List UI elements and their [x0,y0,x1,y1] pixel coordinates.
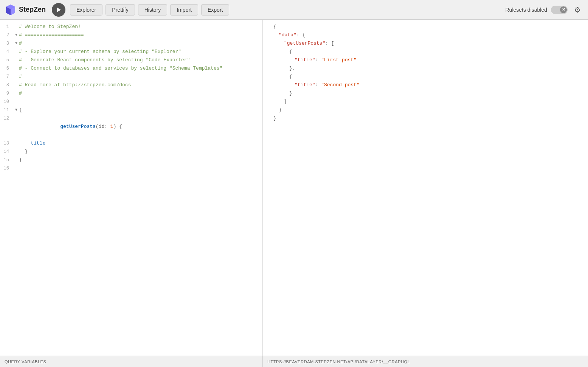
footer-left: QUERY VARIABLES [0,356,263,367]
json-line: "data": { [263,31,588,39]
header-right: Rulesets disabled ✕ ⚙ [505,4,583,16]
run-button[interactable] [52,3,65,17]
toggle-knob: ✕ [560,6,567,13]
footer-right: HTTPS://BEAVERDAM.STEPZEN.NET/API/DATALA… [263,356,588,367]
right-panel: { "data": { "getUserPosts": [ { [263,20,588,356]
json-line: { [263,23,588,31]
export-button[interactable]: Export [201,4,229,16]
prettify-button[interactable]: Prettify [105,4,135,16]
code-line: 16 [0,164,262,173]
json-line: "title": "Second post" [263,81,588,89]
json-lines: { "data": { "getUserPosts": [ { [263,23,588,123]
main-content: 1 # Welcome to StepZen! 2 ▼ # ==========… [0,20,588,356]
history-button[interactable]: History [138,4,168,16]
header: StepZen Explorer Prettify History Import… [0,0,588,20]
code-line: 12 getUserPosts(id: 1) { [0,114,262,139]
code-lines: 1 # Welcome to StepZen! 2 ▼ # ==========… [0,23,262,173]
code-line: 10 [0,98,262,106]
json-line: "getUserPosts": [ [263,39,588,48]
toggle-x-icon: ✕ [562,7,565,12]
left-panel: 1 # Welcome to StepZen! 2 ▼ # ==========… [0,20,263,356]
code-line: 14 } [0,148,262,156]
result-viewer: { "data": { "getUserPosts": [ { [263,20,588,356]
code-line: 15 } [0,156,262,164]
import-button[interactable]: Import [170,4,198,16]
rulesets-toggle[interactable]: ✕ [551,6,568,14]
code-line: 4 # - Explore your current schema by sel… [0,48,262,56]
query-editor[interactable]: 1 # Welcome to StepZen! 2 ▼ # ==========… [0,20,262,356]
stepzen-logo-icon [5,4,17,16]
json-line: { [263,48,588,56]
logo: StepZen [5,4,46,16]
rulesets-label: Rulesets disabled [505,7,547,13]
code-line: 3 ▼ # [0,39,262,48]
json-line: ] [263,98,588,106]
code-line: 7 # [0,73,262,81]
json-line: "title": "First post" [263,56,588,64]
logo-text: StepZen [19,6,46,14]
code-line: 6 # - Connect to databases and services … [0,64,262,73]
code-line: 8 # Read more at http://stepzen.com/docs [0,81,262,89]
code-line: 1 # Welcome to StepZen! [0,23,262,31]
json-line: } [263,106,588,114]
endpoint-url: HTTPS://BEAVERDAM.STEPZEN.NET/API/DATALA… [267,359,410,364]
json-line: } [263,114,588,123]
json-line: }, [263,64,588,73]
json-line: } [263,89,588,98]
settings-button[interactable]: ⚙ [571,4,583,16]
footer: QUERY VARIABLES HTTPS://BEAVERDAM.STEPZE… [0,356,588,367]
code-line: 13 title [0,139,262,148]
query-variables-label: QUERY VARIABLES [5,359,46,364]
code-line: 9 # [0,89,262,98]
json-line: { [263,73,588,81]
code-line: 2 ▼ # ==================== [0,31,262,39]
code-line: 11 ▼ { [0,106,262,114]
explorer-button[interactable]: Explorer [70,4,102,16]
svg-marker-4 [57,8,61,12]
code-line: 5 # - Generate React components by selec… [0,56,262,64]
